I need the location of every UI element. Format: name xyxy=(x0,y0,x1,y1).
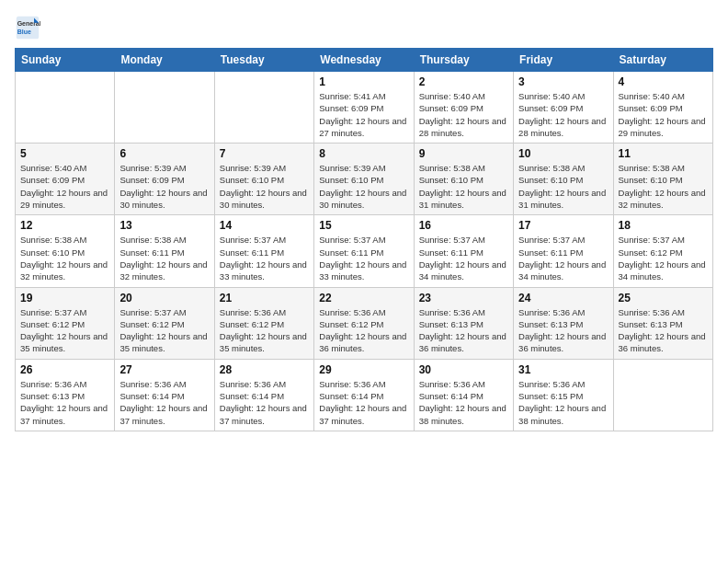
day-number: 19 xyxy=(20,292,109,304)
calendar-cell: 8Sunrise: 5:39 AM Sunset: 6:10 PM Daylig… xyxy=(314,144,414,215)
day-number: 24 xyxy=(518,292,608,304)
day-info: Sunrise: 5:41 AM Sunset: 6:09 PM Dayligh… xyxy=(319,90,408,139)
calendar-cell xyxy=(115,72,214,144)
day-info: Sunrise: 5:36 AM Sunset: 6:14 PM Dayligh… xyxy=(220,378,309,427)
day-info: Sunrise: 5:37 AM Sunset: 6:11 PM Dayligh… xyxy=(518,234,608,282)
day-number: 7 xyxy=(220,147,309,160)
logo-icon: General Blue xyxy=(15,15,40,40)
calendar-cell: 23Sunrise: 5:36 AM Sunset: 6:13 PM Dayli… xyxy=(414,287,513,359)
calendar-cell: 22Sunrise: 5:36 AM Sunset: 6:12 PM Dayli… xyxy=(314,287,414,359)
day-info: Sunrise: 5:37 AM Sunset: 6:11 PM Dayligh… xyxy=(220,234,309,282)
calendar-cell: 17Sunrise: 5:37 AM Sunset: 6:11 PM Dayli… xyxy=(514,215,613,287)
weekday-header: Monday xyxy=(115,49,214,72)
calendar-cell: 5Sunrise: 5:40 AM Sunset: 6:09 PM Daylig… xyxy=(16,144,115,215)
calendar-week-row: 1Sunrise: 5:41 AM Sunset: 6:09 PM Daylig… xyxy=(16,72,713,144)
day-number: 5 xyxy=(20,147,109,160)
calendar-cell xyxy=(16,72,115,144)
day-number: 1 xyxy=(319,75,408,88)
day-info: Sunrise: 5:37 AM Sunset: 6:12 PM Dayligh… xyxy=(20,306,109,355)
day-info: Sunrise: 5:37 AM Sunset: 6:11 PM Dayligh… xyxy=(419,234,508,282)
page-header: General Blue xyxy=(15,15,713,40)
day-number: 15 xyxy=(319,219,408,232)
calendar-cell: 12Sunrise: 5:38 AM Sunset: 6:10 PM Dayli… xyxy=(16,215,115,287)
day-number: 22 xyxy=(319,292,408,304)
calendar-cell: 24Sunrise: 5:36 AM Sunset: 6:13 PM Dayli… xyxy=(514,287,613,359)
calendar-cell: 4Sunrise: 5:40 AM Sunset: 6:09 PM Daylig… xyxy=(613,72,712,144)
calendar-cell: 10Sunrise: 5:38 AM Sunset: 6:10 PM Dayli… xyxy=(514,144,613,215)
calendar-header-row: SundayMondayTuesdayWednesdayThursdayFrid… xyxy=(16,49,713,72)
day-number: 16 xyxy=(419,219,508,232)
calendar-cell: 20Sunrise: 5:37 AM Sunset: 6:12 PM Dayli… xyxy=(115,287,214,359)
calendar-cell: 28Sunrise: 5:36 AM Sunset: 6:14 PM Dayli… xyxy=(214,359,313,431)
day-info: Sunrise: 5:36 AM Sunset: 6:13 PM Dayligh… xyxy=(419,306,508,355)
weekday-header: Thursday xyxy=(414,49,513,72)
day-info: Sunrise: 5:36 AM Sunset: 6:13 PM Dayligh… xyxy=(518,306,608,355)
day-number: 8 xyxy=(319,147,408,160)
day-info: Sunrise: 5:37 AM Sunset: 6:12 PM Dayligh… xyxy=(619,234,708,282)
day-info: Sunrise: 5:37 AM Sunset: 6:12 PM Dayligh… xyxy=(119,306,209,355)
day-info: Sunrise: 5:39 AM Sunset: 6:10 PM Dayligh… xyxy=(319,162,408,211)
calendar-cell: 15Sunrise: 5:37 AM Sunset: 6:11 PM Dayli… xyxy=(314,215,414,287)
day-info: Sunrise: 5:40 AM Sunset: 6:09 PM Dayligh… xyxy=(518,90,608,139)
day-number: 4 xyxy=(619,75,708,88)
day-number: 9 xyxy=(419,147,508,160)
day-number: 2 xyxy=(419,75,508,88)
day-number: 31 xyxy=(518,363,608,376)
day-info: Sunrise: 5:36 AM Sunset: 6:15 PM Dayligh… xyxy=(518,378,608,427)
day-number: 20 xyxy=(119,292,209,304)
day-info: Sunrise: 5:38 AM Sunset: 6:10 PM Dayligh… xyxy=(419,162,508,211)
day-info: Sunrise: 5:38 AM Sunset: 6:11 PM Dayligh… xyxy=(119,234,209,282)
day-info: Sunrise: 5:36 AM Sunset: 6:14 PM Dayligh… xyxy=(119,378,209,427)
calendar-cell: 31Sunrise: 5:36 AM Sunset: 6:15 PM Dayli… xyxy=(514,359,613,431)
day-number: 13 xyxy=(119,219,209,232)
day-number: 30 xyxy=(419,363,508,376)
day-number: 25 xyxy=(619,292,708,304)
weekday-header: Friday xyxy=(514,49,613,72)
day-info: Sunrise: 5:36 AM Sunset: 6:13 PM Dayligh… xyxy=(20,378,109,427)
calendar-cell: 1Sunrise: 5:41 AM Sunset: 6:09 PM Daylig… xyxy=(314,72,414,144)
day-info: Sunrise: 5:38 AM Sunset: 6:10 PM Dayligh… xyxy=(20,234,109,282)
calendar-cell: 21Sunrise: 5:36 AM Sunset: 6:12 PM Dayli… xyxy=(214,287,313,359)
day-info: Sunrise: 5:40 AM Sunset: 6:09 PM Dayligh… xyxy=(20,162,109,211)
calendar-cell: 26Sunrise: 5:36 AM Sunset: 6:13 PM Dayli… xyxy=(16,359,115,431)
calendar-cell: 19Sunrise: 5:37 AM Sunset: 6:12 PM Dayli… xyxy=(16,287,115,359)
day-info: Sunrise: 5:36 AM Sunset: 6:13 PM Dayligh… xyxy=(619,306,708,355)
calendar-cell: 7Sunrise: 5:39 AM Sunset: 6:10 PM Daylig… xyxy=(214,144,313,215)
svg-text:Blue: Blue xyxy=(17,29,31,35)
calendar-cell: 3Sunrise: 5:40 AM Sunset: 6:09 PM Daylig… xyxy=(514,72,613,144)
weekday-header: Saturday xyxy=(613,49,712,72)
logo: General Blue xyxy=(15,15,44,40)
day-info: Sunrise: 5:40 AM Sunset: 6:09 PM Dayligh… xyxy=(419,90,508,139)
day-info: Sunrise: 5:36 AM Sunset: 6:12 PM Dayligh… xyxy=(319,306,408,355)
day-number: 21 xyxy=(220,292,309,304)
day-number: 17 xyxy=(518,219,608,232)
calendar-cell: 18Sunrise: 5:37 AM Sunset: 6:12 PM Dayli… xyxy=(613,215,712,287)
day-number: 23 xyxy=(419,292,508,304)
day-number: 14 xyxy=(220,219,309,232)
day-info: Sunrise: 5:36 AM Sunset: 6:14 PM Dayligh… xyxy=(419,378,508,427)
calendar-cell: 6Sunrise: 5:39 AM Sunset: 6:09 PM Daylig… xyxy=(115,144,214,215)
weekday-header: Sunday xyxy=(16,49,115,72)
day-number: 18 xyxy=(619,219,708,232)
weekday-header: Tuesday xyxy=(214,49,313,72)
day-info: Sunrise: 5:38 AM Sunset: 6:10 PM Dayligh… xyxy=(619,162,708,211)
calendar-cell: 14Sunrise: 5:37 AM Sunset: 6:11 PM Dayli… xyxy=(214,215,313,287)
calendar-cell xyxy=(613,359,712,431)
calendar-cell: 29Sunrise: 5:36 AM Sunset: 6:14 PM Dayli… xyxy=(314,359,414,431)
day-info: Sunrise: 5:36 AM Sunset: 6:12 PM Dayligh… xyxy=(220,306,309,355)
calendar-cell: 27Sunrise: 5:36 AM Sunset: 6:14 PM Dayli… xyxy=(115,359,214,431)
calendar-cell xyxy=(214,72,313,144)
day-number: 26 xyxy=(20,363,109,376)
calendar-cell: 11Sunrise: 5:38 AM Sunset: 6:10 PM Dayli… xyxy=(613,144,712,215)
day-number: 10 xyxy=(518,147,608,160)
calendar-week-row: 12Sunrise: 5:38 AM Sunset: 6:10 PM Dayli… xyxy=(16,215,713,287)
calendar-cell: 16Sunrise: 5:37 AM Sunset: 6:11 PM Dayli… xyxy=(414,215,513,287)
day-number: 27 xyxy=(119,363,209,376)
day-number: 6 xyxy=(119,147,209,160)
calendar-week-row: 19Sunrise: 5:37 AM Sunset: 6:12 PM Dayli… xyxy=(16,287,713,359)
day-number: 28 xyxy=(220,363,309,376)
weekday-header: Wednesday xyxy=(314,49,414,72)
day-info: Sunrise: 5:37 AM Sunset: 6:11 PM Dayligh… xyxy=(319,234,408,282)
calendar-cell: 30Sunrise: 5:36 AM Sunset: 6:14 PM Dayli… xyxy=(414,359,513,431)
day-info: Sunrise: 5:40 AM Sunset: 6:09 PM Dayligh… xyxy=(619,90,708,139)
